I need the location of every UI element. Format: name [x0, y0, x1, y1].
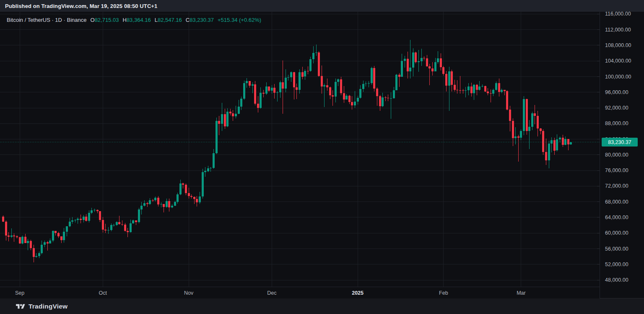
- price-tick-label: 48,000.00: [605, 277, 628, 283]
- price-tick-label: 92,000.00: [605, 105, 628, 111]
- price-axis[interactable]: 116,000.00112,000.00108,000.00104,000.00…: [600, 12, 644, 298]
- price-tick-label: 52,000.00: [605, 261, 628, 268]
- time-tick-label: Sep: [7, 287, 32, 298]
- tradingview-brand-text[interactable]: TradingView: [29, 303, 68, 310]
- publish-bar: Published on TradingView.com, Mar 19, 20…: [0, 0, 644, 12]
- price-tick-label: 80,000.00: [605, 152, 628, 158]
- price-tick-label: 112,000.00: [605, 26, 631, 33]
- price-tick-label: 60,000.00: [605, 230, 628, 236]
- price-tick-label: 76,000.00: [605, 167, 628, 174]
- time-axis[interactable]: SepOctNovDec2025FebMar: [0, 287, 600, 298]
- price-tick-label: 64,000.00: [605, 214, 628, 221]
- ohlc-low: L82,547.16: [155, 17, 182, 23]
- candlestick-chart[interactable]: [0, 12, 600, 287]
- ohlc-open: O82,715.03: [91, 17, 119, 23]
- time-tick-label: Nov: [176, 287, 201, 298]
- symbol-title: Bitcoin / TetherUS · 1D · Binance: [7, 17, 87, 23]
- price-tick-label: 88,000.00: [605, 120, 628, 127]
- symbol-legend: Bitcoin / TetherUS · 1D · Binance O82,71…: [7, 16, 261, 23]
- tradingview-logo-icon[interactable]: [16, 303, 25, 310]
- time-tick-label: Oct: [90, 287, 115, 298]
- time-tick-label: Dec: [259, 287, 284, 298]
- price-tick-label: 100,000.00: [605, 73, 631, 80]
- time-tick-label: Feb: [431, 287, 456, 298]
- published-chart-page: Published on TradingView.com, Mar 19, 20…: [0, 0, 644, 314]
- price-change: +515.34 (+0.62%): [218, 17, 261, 23]
- price-tick-label: 72,000.00: [605, 183, 628, 189]
- price-tick-label: 116,000.00: [605, 10, 631, 17]
- price-tick-label: 56,000.00: [605, 246, 628, 252]
- ohlc-high: H83,364.16: [122, 17, 151, 23]
- price-tick-label: 104,000.00: [605, 58, 631, 64]
- price-tick-label: 108,000.00: [605, 42, 631, 49]
- time-tick-label: 2025: [345, 287, 370, 298]
- footer-bar: TradingView: [0, 298, 644, 314]
- publish-text: Published on TradingView.com, Mar 19, 20…: [0, 3, 157, 9]
- price-tick-label: 68,000.00: [605, 199, 628, 205]
- time-tick-label: Mar: [509, 287, 534, 298]
- last-price-badge: 83,230.37: [602, 138, 638, 147]
- price-tick-label: 96,000.00: [605, 89, 628, 96]
- ohlc-close: C83,230.37: [186, 17, 214, 23]
